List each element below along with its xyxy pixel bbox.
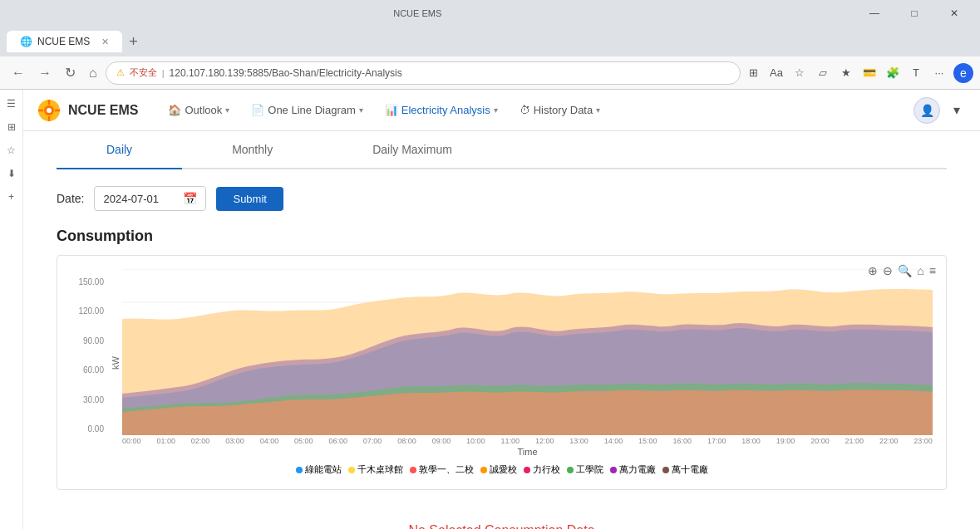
- legend-item-2: 敦學一、二校: [410, 463, 474, 476]
- browser-content: ☰ ⊞ ☆ ⬇ +: [0, 90, 980, 529]
- security-warning-text: 不安全: [130, 66, 157, 79]
- legend-item-0: 綠能電站: [296, 463, 342, 476]
- date-label: Date:: [57, 192, 84, 205]
- tab-daily-maximum[interactable]: Daily Maximum: [323, 131, 502, 168]
- legend-item-5: 工學院: [567, 463, 603, 476]
- calendar-icon[interactable]: 📅: [183, 192, 197, 205]
- user-avatar[interactable]: 👤: [914, 97, 940, 124]
- y-axis-label: kW: [111, 356, 121, 370]
- chevron-down-icon: ▾: [596, 105, 600, 115]
- nav-item-electricity[interactable]: 📊 Electricity Analysis ▾: [375, 97, 508, 123]
- app-logo-icon: [37, 98, 62, 123]
- legend-dot-3: [480, 467, 487, 473]
- tab-monthly[interactable]: Monthly: [182, 131, 323, 168]
- app-logo: NCUE EMS: [37, 98, 138, 123]
- page-tabs: Daily Monthly Daily Maximum: [57, 131, 947, 169]
- nav-items: 🏠 Outlook ▾ 📄 One Line Diagram ▾ 📊 Elect…: [158, 97, 914, 123]
- security-icon: ⚠: [116, 67, 125, 78]
- chart-area: 00:00 01:00 02:00 03:00 04:00 05:00 06:0…: [122, 269, 933, 457]
- date-input-wrapper[interactable]: 📅: [94, 186, 206, 211]
- browser-toolbar: ← → ↻ ⌂ ⚠ 不安全 | 120.107.180.139:5885/Bao…: [0, 56, 980, 90]
- legend-label-4: 力行校: [533, 463, 560, 476]
- page-content: Daily Monthly Daily Maximum Date: 📅 Subm…: [23, 131, 980, 529]
- back-button[interactable]: ←: [7, 62, 30, 84]
- y-tick-60: 60.00: [76, 365, 104, 375]
- window-title: NCUE EMS: [393, 8, 441, 18]
- legend-label-3: 誠愛校: [490, 463, 517, 476]
- legend-dot-1: [348, 467, 355, 473]
- more-icon[interactable]: ···: [930, 64, 948, 82]
- legend-label-6: 萬力電廠: [619, 463, 656, 476]
- legend-item-7: 萬十電廠: [662, 463, 708, 476]
- y-tick-90: 90.00: [76, 336, 104, 345]
- y-axis: 150.00 120.00 90.00 60.00 30.00 0.00: [71, 269, 109, 457]
- sidebar-icon-2[interactable]: ⊞: [2, 118, 21, 136]
- chevron-down-icon: ▾: [359, 105, 363, 115]
- nav-right: 👤 ▾: [914, 97, 967, 124]
- sidebar-icon-3[interactable]: ☆: [2, 141, 21, 159]
- date-input-field[interactable]: [103, 193, 178, 205]
- browser-tabbar: 🌐 NCUE EMS ✕ +: [0, 27, 980, 56]
- chevron-down-icon: ▾: [494, 105, 498, 115]
- date-form: Date: 📅 Submit: [57, 186, 947, 211]
- split-view-icon[interactable]: ▱: [814, 64, 832, 82]
- extensions-icon[interactable]: 🧩: [884, 64, 902, 82]
- legend-item-4: 力行校: [524, 463, 560, 476]
- nav-item-oneline[interactable]: 📄 One Line Diagram ▾: [241, 97, 373, 123]
- left-sidebar: ☰ ⊞ ☆ ⬇ +: [0, 90, 23, 529]
- refresh-button[interactable]: ↻: [60, 61, 81, 84]
- nav-item-history[interactable]: ⏱ History Data ▾: [510, 97, 611, 123]
- consumption-section: Consumption ⊕ ⊖ 🔍 ⌂ ≡: [57, 228, 947, 490]
- legend-item-6: 萬力電廠: [610, 463, 656, 476]
- no-data-message: No Selected Consumption Data: [57, 523, 947, 529]
- sidebar-icon-5[interactable]: +: [2, 188, 21, 206]
- legend-dot-2: [410, 467, 416, 473]
- new-tab-button[interactable]: +: [129, 33, 138, 51]
- reader-view-icon[interactable]: Aa: [767, 64, 785, 82]
- maximize-button[interactable]: □: [895, 0, 933, 27]
- sidebar-icon-1[interactable]: ☰: [2, 95, 21, 113]
- legend-dot-5: [567, 467, 574, 473]
- chart-with-axis: 150.00 120.00 90.00 60.00 30.00 0.00 kW: [71, 269, 933, 457]
- tab-label: NCUE EMS: [37, 36, 90, 47]
- bookmark-icon[interactable]: ☆: [790, 64, 809, 82]
- chevron-down-icon: ▾: [225, 105, 229, 115]
- y-tick-150: 150.00: [76, 277, 104, 287]
- legend-item-3: 誠愛校: [480, 463, 517, 476]
- minimize-button[interactable]: —: [855, 0, 894, 27]
- app-logo-text: NCUE EMS: [68, 103, 138, 118]
- consumption-title: Consumption: [57, 228, 947, 245]
- wallet-icon[interactable]: 💳: [860, 64, 879, 82]
- browser-tab-active[interactable]: 🌐 NCUE EMS ✕: [7, 31, 122, 52]
- legend-label-7: 萬十電廠: [672, 463, 708, 476]
- tab-daily[interactable]: Daily: [57, 131, 182, 168]
- submit-button[interactable]: Submit: [216, 187, 283, 211]
- chart-legend: 綠能電站 千木桌球館 敦學一、二校: [71, 463, 933, 476]
- reader-mode-icon[interactable]: ⊞: [744, 64, 762, 82]
- y-tick-30: 30.00: [76, 395, 104, 404]
- home-button[interactable]: ⌂: [84, 62, 102, 84]
- legend-label-2: 敦學一、二校: [419, 463, 474, 476]
- sidebar-icon-4[interactable]: ⬇: [2, 164, 21, 183]
- app-content: NCUE EMS 🏠 Outlook ▾ 📄 One Line Diagram …: [23, 90, 980, 529]
- y-tick-120: 120.00: [76, 306, 104, 316]
- favorites-icon[interactable]: ★: [837, 64, 855, 82]
- address-bar[interactable]: ⚠ 不安全 | 120.107.180.139:5885/Bao-Shan/El…: [106, 61, 741, 85]
- close-button[interactable]: ✕: [935, 0, 973, 27]
- legend-label-5: 工學院: [576, 463, 603, 476]
- nav-item-outlook[interactable]: 🏠 Outlook ▾: [158, 97, 239, 123]
- legend-dot-4: [524, 467, 530, 473]
- y-tick-0: 0.00: [76, 424, 104, 433]
- forward-button[interactable]: →: [33, 62, 57, 84]
- browser-window: NCUE EMS — □ ✕ 🌐 NCUE EMS ✕ + ← → ↻ ⌂ ⚠ …: [0, 0, 980, 529]
- window-titlebar: NCUE EMS — □ ✕: [0, 0, 980, 27]
- nav-expand-button[interactable]: ▾: [947, 100, 967, 120]
- translate-icon[interactable]: T: [907, 64, 925, 82]
- svg-point-2: [47, 108, 52, 113]
- edge-icon[interactable]: e: [953, 63, 973, 83]
- chart-svg: [122, 269, 933, 435]
- chart-container: ⊕ ⊖ 🔍 ⌂ ≡ 150.00 120.00 9: [57, 255, 947, 490]
- url-display: 120.107.180.139:5885/Bao-Shan/Electricit…: [170, 67, 402, 79]
- x-axis-label: Time: [122, 447, 933, 457]
- legend-label-0: 綠能電站: [305, 463, 342, 476]
